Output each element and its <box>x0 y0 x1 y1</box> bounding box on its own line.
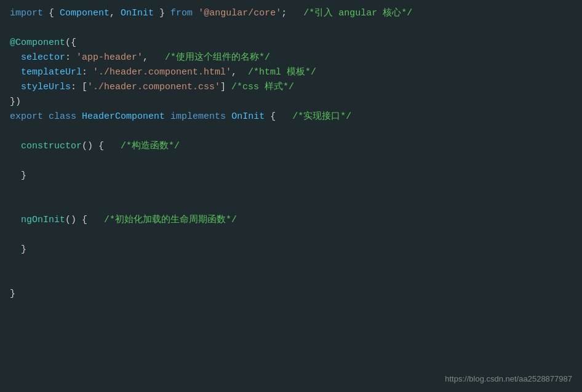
code-token: OnInit <box>231 110 265 124</box>
code-token: ({ <box>65 36 76 50</box>
code-token <box>165 110 170 124</box>
code-token: class <box>49 110 76 124</box>
code-token: () { <box>82 139 121 154</box>
code-token: OnInit <box>121 6 154 21</box>
line-styleurls: styleUrls: ['./header.component.css'] /*… <box>10 80 572 95</box>
code-lines: import { Component, OnInit } from '@angu… <box>10 6 572 302</box>
line-export: export class HeaderComponent implements … <box>10 110 572 124</box>
code-token: '@angular/core' <box>198 6 281 21</box>
code-token: /*初始化加载的生命周期函数*/ <box>104 213 237 228</box>
line-empty2 <box>10 124 572 139</box>
line-component-dec: @Component({ <box>10 36 572 50</box>
code-token: , <box>110 6 121 21</box>
code-token: /*css 样式*/ <box>231 80 294 95</box>
code-token: : <box>65 50 76 65</box>
code-token: () { <box>65 213 104 228</box>
line-empty6 <box>10 228 572 242</box>
line-empty1 <box>10 21 572 36</box>
code-token: { <box>43 6 60 21</box>
code-token <box>193 6 198 21</box>
line-import: import { Component, OnInit } from '@angu… <box>10 6 572 21</box>
code-token: selector <box>10 50 65 65</box>
code-token: import <box>10 6 43 21</box>
code-token: } <box>10 169 26 183</box>
code-token: } <box>154 6 170 21</box>
line-close-dec: }) <box>10 95 572 110</box>
code-token: : <box>82 65 93 80</box>
line-empty4 <box>10 183 572 198</box>
code-token: styleUrls <box>10 80 71 95</box>
code-token <box>226 110 231 124</box>
watermark: https://blog.csdn.net/aa2528877987 <box>445 373 572 386</box>
code-token: }) <box>10 95 21 110</box>
code-token: from <box>170 6 193 21</box>
code-token: Component <box>60 6 110 21</box>
code-token: constructor <box>10 139 82 154</box>
line-class-close: } <box>10 287 572 302</box>
line-constructor: constructor() { /*构造函数*/ <box>10 139 572 154</box>
line-empty5 <box>10 198 572 213</box>
code-token: /*html 模板*/ <box>248 65 316 80</box>
code-token: } <box>10 242 26 257</box>
line-ngoninit-close: } <box>10 242 572 257</box>
code-token: , <box>143 50 165 65</box>
code-token: ; <box>281 6 303 21</box>
code-token: /*构造函数*/ <box>121 139 180 154</box>
code-token: implements <box>170 110 226 124</box>
code-token: } <box>10 287 15 302</box>
code-token: templateUrl <box>10 65 82 80</box>
line-empty7 <box>10 257 572 272</box>
line-templateurl: templateUrl: './header.component.html', … <box>10 65 572 80</box>
line-ngoninit: ngOnInit() { /*初始化加载的生命周期函数*/ <box>10 213 572 228</box>
code-token <box>76 110 82 124</box>
code-token: 'app-header' <box>76 50 143 65</box>
code-token: /*引入 angular 核心*/ <box>303 6 412 21</box>
code-token: , <box>231 65 248 80</box>
code-token <box>43 110 49 124</box>
code-token: ngOnInit <box>10 213 65 228</box>
code-token: @Component <box>10 36 65 50</box>
line-constructor-close: } <box>10 169 572 183</box>
line-empty8 <box>10 272 572 287</box>
code-token: ] <box>220 80 231 95</box>
code-token: /*实现接口*/ <box>292 110 351 124</box>
line-selector: selector: 'app-header', /*使用这个组件的名称*/ <box>10 50 572 65</box>
code-token: { <box>265 110 292 124</box>
code-token: './header.component.css' <box>87 80 220 95</box>
code-token: export <box>10 110 43 124</box>
code-token: : [ <box>71 80 87 95</box>
code-token: './header.component.html' <box>93 65 231 80</box>
line-empty3 <box>10 154 572 169</box>
code-token: /*使用这个组件的名称*/ <box>165 50 270 65</box>
code-editor: import { Component, OnInit } from '@angu… <box>0 0 582 392</box>
code-token: HeaderComponent <box>82 110 165 124</box>
